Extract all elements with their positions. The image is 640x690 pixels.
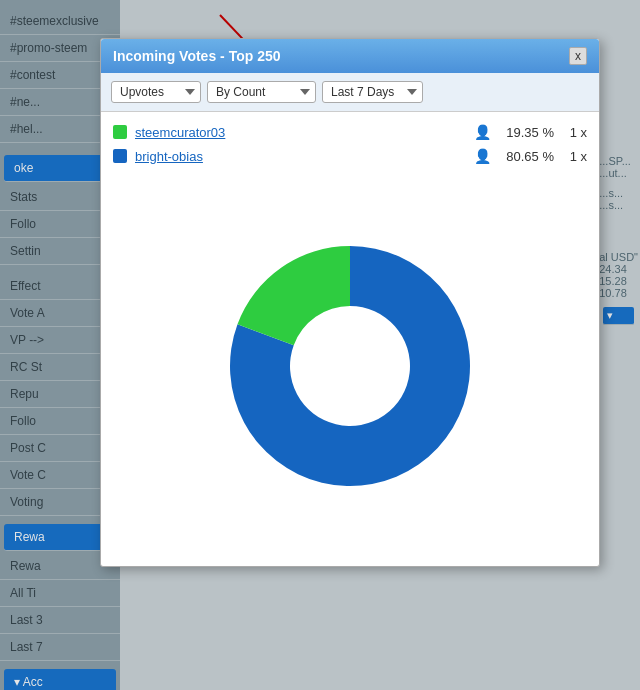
donut-hole (292, 308, 408, 424)
voter-color-swatch-blue (113, 149, 127, 163)
voter-name-bright-obias[interactable]: bright-obias (135, 149, 466, 164)
modal-incoming-votes: Incoming Votes - Top 250 x Upvotes Downv… (100, 38, 600, 567)
donut-svg (220, 236, 480, 496)
modal-header: Incoming Votes - Top 250 x (101, 39, 599, 73)
voter-table: steemcurator03 👤 19.35 % 1 x bright-obia… (101, 112, 599, 176)
donut-chart (220, 236, 480, 496)
voter-icon-1: 👤 (474, 124, 491, 140)
modal-close-button[interactable]: x (569, 47, 587, 65)
controls-bar: Upvotes Downvotes All Votes By Count By … (101, 73, 599, 112)
sort-by-dropdown[interactable]: By Count By Percentage By Weight (207, 81, 316, 103)
modal-title: Incoming Votes - Top 250 (113, 48, 281, 64)
voter-row-bright-obias: bright-obias 👤 80.65 % 1 x (113, 144, 587, 168)
voter-pct-steemcurator03: 19.35 % (499, 125, 554, 140)
voter-pct-bright-obias: 80.65 % (499, 149, 554, 164)
chart-area (101, 176, 599, 566)
voter-name-steemcurator03[interactable]: steemcurator03 (135, 125, 466, 140)
time-range-dropdown[interactable]: Last 7 Days Last 30 Days All Time (322, 81, 423, 103)
voter-count-bright-obias: 1 x (562, 149, 587, 164)
voter-icon-2: 👤 (474, 148, 491, 164)
vote-type-dropdown[interactable]: Upvotes Downvotes All Votes (111, 81, 201, 103)
voter-color-swatch-green (113, 125, 127, 139)
voter-count-steemcurator03: 1 x (562, 125, 587, 140)
voter-row-steemcurator03: steemcurator03 👤 19.35 % 1 x (113, 120, 587, 144)
